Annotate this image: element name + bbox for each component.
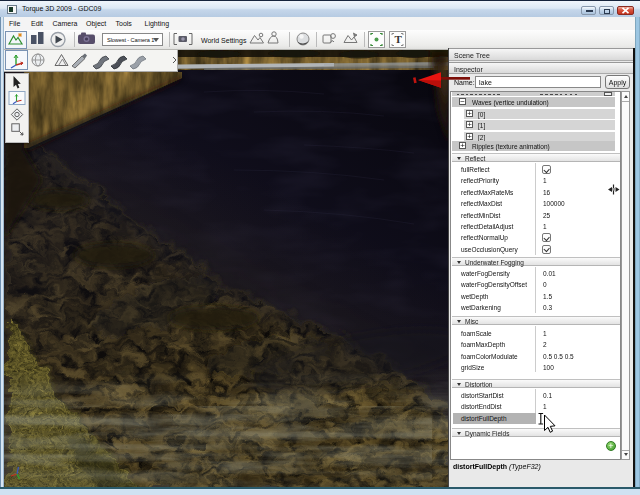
svg-text:T: T <box>395 33 403 45</box>
